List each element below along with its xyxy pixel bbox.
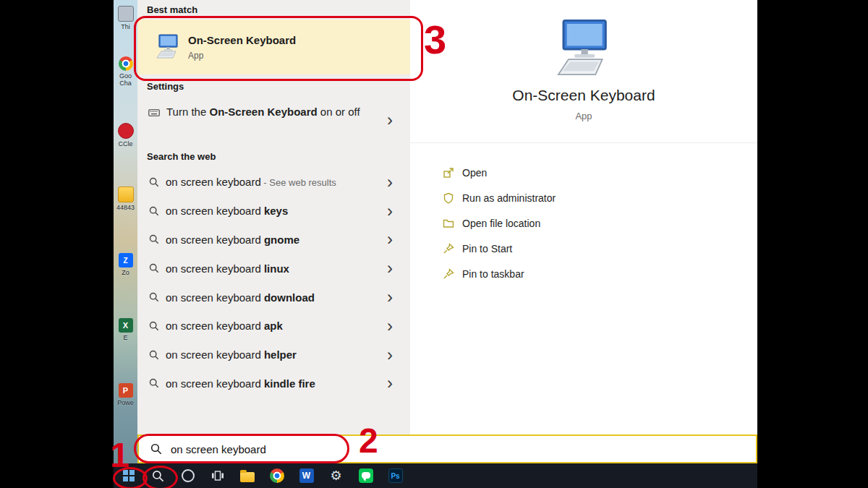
- desktop-icon-label: E: [123, 334, 127, 341]
- settings-text-suffix: on or off: [318, 106, 360, 118]
- suggestion-bold: download: [264, 291, 315, 304]
- action-label: Run as administrator: [462, 192, 556, 204]
- search-input[interactable]: [169, 442, 404, 456]
- desktop-icon-chrome[interactable]: Goo Cha: [114, 56, 137, 87]
- detail-app-type: App: [410, 111, 757, 121]
- suggestion-base: on screen keyboard: [166, 377, 264, 390]
- windows-search-screen: Thi Goo Cha CCle 44843 Z Zo X E P Powe B…: [0, 0, 868, 488]
- search-icon: [149, 206, 159, 216]
- suggestion-bold: helper: [264, 348, 297, 361]
- detail-action-list: Open Run as administrator Open file loca…: [443, 160, 556, 286]
- task-view-icon: [211, 470, 224, 481]
- web-suggestion[interactable]: on screen keyboard linux ›: [137, 254, 410, 283]
- web-suggestion[interactable]: on screen keyboard apk ›: [137, 312, 410, 341]
- desktop-icon-zalo[interactable]: Z Zo: [114, 253, 137, 276]
- word-button[interactable]: W: [292, 463, 321, 488]
- suggestion-text: on screen keyboard download: [166, 291, 315, 304]
- chevron-right-icon: ›: [387, 111, 393, 129]
- photoshop-button[interactable]: Ps: [380, 463, 410, 488]
- web-suggestion[interactable]: on screen keyboard helper ›: [137, 341, 410, 369]
- file-explorer-icon: [240, 472, 255, 482]
- web-suggestion-list: on screen keyboard - See web results › o…: [137, 168, 410, 398]
- chrome-icon: [119, 56, 133, 71]
- action-open[interactable]: Open: [443, 160, 556, 185]
- cortana-icon: [182, 469, 195, 482]
- action-pin-to-taskbar[interactable]: Pin to taskbar: [443, 261, 556, 286]
- on-screen-keyboard-app-icon-large: [549, 19, 618, 80]
- gear-icon: ⚙: [330, 469, 341, 482]
- taskbar: W ⚙ Ps: [114, 463, 757, 488]
- chevron-right-icon: ›: [387, 231, 393, 248]
- line-icon: [359, 468, 373, 483]
- chrome-button[interactable]: [262, 463, 292, 488]
- action-label: Open: [462, 167, 487, 179]
- excel-icon: X: [119, 318, 133, 333]
- taskbar-search-button[interactable]: [143, 463, 173, 488]
- result-detail-panel: On-Screen Keyboard App Open Run as admin…: [410, 0, 757, 435]
- desktop-icon-ccleaner[interactable]: CCle: [114, 123, 137, 147]
- divider: [410, 142, 757, 143]
- file-explorer-button[interactable]: [232, 463, 262, 488]
- web-suggestion[interactable]: on screen keyboard kindle fire ›: [137, 369, 410, 398]
- web-suggestion[interactable]: on screen keyboard keys ›: [137, 197, 410, 226]
- action-label: Open file location: [462, 218, 540, 229]
- suggestion-text: on screen keyboard apk: [166, 320, 283, 332]
- search-icon: [152, 470, 164, 482]
- action-label: Pin to Start: [462, 243, 512, 254]
- desktop-icon-this-pc[interactable]: Thi: [114, 6, 137, 30]
- suggestion-base: on screen keyboard: [166, 176, 261, 188]
- this-pc-icon: [118, 6, 134, 22]
- settings-text-bold: On-Screen Keyboard: [209, 106, 317, 118]
- search-icon: [149, 350, 159, 360]
- desktop-icon-folder[interactable]: 44843: [114, 187, 137, 211]
- suggestion-note: - See web results: [261, 177, 336, 188]
- suggestion-bold: apk: [264, 320, 283, 332]
- photoshop-icon: Ps: [388, 468, 403, 483]
- best-match-title: On-Screen Keyboard: [188, 34, 296, 46]
- keyboard-icon: [148, 107, 160, 119]
- web-suggestion[interactable]: on screen keyboard - See web results ›: [137, 168, 410, 197]
- taskbar-search-box[interactable]: [137, 435, 757, 463]
- suggestion-text: on screen keyboard helper: [166, 348, 297, 361]
- start-button[interactable]: [114, 463, 143, 488]
- best-match-result[interactable]: On-Screen Keyboard App: [137, 20, 410, 74]
- suggestion-bold: kindle fire: [264, 377, 315, 390]
- desktop-icon-label: Powe: [117, 399, 134, 406]
- best-match-header: Best match: [147, 4, 197, 15]
- suggestion-base: on screen keyboard: [166, 262, 264, 275]
- on-screen-keyboard-app-icon: [153, 33, 182, 61]
- best-match-type: App: [188, 51, 296, 61]
- line-app-button[interactable]: [351, 463, 380, 488]
- suggestion-text: on screen keyboard gnome: [166, 234, 299, 246]
- chevron-right-icon: ›: [387, 288, 393, 306]
- word-icon: W: [299, 468, 314, 483]
- powerpoint-icon: P: [119, 383, 133, 398]
- search-icon: [149, 378, 159, 388]
- desktop-icon-label: Goo Cha: [114, 72, 137, 87]
- action-run-as-administrator[interactable]: Run as administrator: [443, 185, 556, 210]
- task-view-button[interactable]: [203, 463, 232, 488]
- chevron-right-icon: ›: [387, 202, 393, 220]
- settings-header: Settings: [147, 81, 184, 92]
- pin-icon: [443, 243, 454, 254]
- settings-result-osk-toggle[interactable]: Turn the On-Screen Keyboard on or off ›: [137, 97, 410, 143]
- settings-button[interactable]: ⚙: [321, 463, 351, 488]
- search-results-panel: Best match On-Screen Keyboard App Settin…: [137, 0, 410, 435]
- web-suggestion[interactable]: on screen keyboard download ›: [137, 283, 410, 312]
- cortana-button[interactable]: [173, 463, 203, 488]
- desktop-icon-label: CCle: [118, 140, 132, 147]
- web-suggestion[interactable]: on screen keyboard gnome ›: [137, 226, 410, 254]
- desktop-icon-excel[interactable]: X E: [114, 318, 137, 341]
- chevron-right-icon: ›: [387, 174, 393, 191]
- pin-icon: [443, 268, 454, 280]
- windows-logo-icon: [123, 470, 135, 481]
- action-open-file-location[interactable]: Open file location: [443, 210, 556, 236]
- search-icon: [149, 292, 159, 302]
- zalo-icon: Z: [119, 253, 133, 267]
- suggestion-text: on screen keyboard keys: [166, 205, 288, 217]
- desktop-icon-powerpoint[interactable]: P Powe: [114, 383, 137, 406]
- folder-icon: [118, 187, 134, 202]
- chevron-right-icon: ›: [387, 260, 393, 277]
- settings-text-prefix: Turn the: [166, 106, 209, 118]
- action-pin-to-start[interactable]: Pin to Start: [443, 236, 556, 261]
